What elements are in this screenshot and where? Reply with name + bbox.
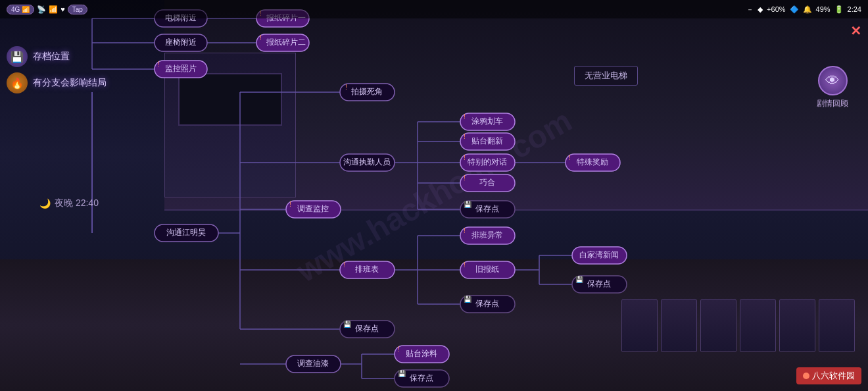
node-deadangle-label: 拍摄死角 (350, 87, 383, 96)
svg-text:!: ! (464, 227, 466, 234)
svg-text:💾: 💾 (575, 275, 584, 284)
svg-text:💾: 💾 (464, 200, 472, 209)
node-renovate-label: 贴台翻新 (471, 136, 503, 145)
node-reward-label: 特殊奖励 (577, 157, 608, 167)
battery-text: 49% (816, 5, 831, 13)
side-indicators: 💾 存档位置 🔥 有分支会影响结局 (7, 46, 107, 93)
story-review-button[interactable]: 👁 剧情回顾 (817, 66, 848, 109)
story-review-label: 剧情回顾 (817, 98, 848, 109)
time-text: 2:24 (848, 5, 861, 13)
save-label: 存档位置 (33, 51, 70, 63)
node-coating-label: 贴台涂料 (406, 349, 437, 358)
svg-text:!: ! (345, 84, 347, 91)
signal-icon: 📡 (37, 5, 46, 14)
node-save4-label: 保存点 (355, 324, 379, 333)
tap-text: Tap (72, 6, 83, 13)
flowchart: 电梯附近 ! 报纸碎片一 座椅附近 ! 报纸碎片二 ! 监控照片 沟通江明昊 !… (53, 7, 776, 388)
svg-text:!: ! (398, 346, 400, 353)
node-special-talk-label: 特别的对话 (468, 157, 507, 167)
node-monitor-label: 调查监控 (297, 204, 329, 213)
svg-text:💾: 💾 (398, 369, 406, 378)
svg-text:💾: 💾 (464, 295, 472, 303)
story-review-icon: 👁 (818, 66, 848, 95)
node-paint-label: 调查油漆 (297, 359, 329, 368)
bluetooth-icon: 🔷 (790, 5, 799, 14)
node-jiangminghao-label: 沟通江明昊 (166, 228, 206, 237)
save-indicator: 💾 存档位置 (7, 46, 107, 67)
svg-text:!: ! (464, 113, 466, 120)
node-photo-label: 监控照片 (165, 64, 197, 73)
node-schedule-label: 排班表 (355, 265, 379, 274)
svg-text:!: ! (343, 261, 345, 269)
svg-text:!: ! (464, 261, 466, 269)
node-news-label: 白家湾新闻 (579, 250, 619, 259)
bars-icon: 📶 (22, 6, 30, 13)
node-save-officer-label: 保存点 (475, 204, 499, 213)
tap-badge: Tap (68, 5, 87, 14)
time-display: 🌙 夜晚 22:40 (39, 197, 99, 209)
seat-6 (819, 299, 855, 352)
svg-text:!: ! (464, 174, 466, 182)
moon-icon: 🌙 (39, 198, 51, 209)
node-save3-label: 保存点 (475, 299, 499, 308)
volume-icon: 🔔 (803, 5, 812, 14)
node-seat-label: 座椅附近 (165, 38, 197, 47)
diamond-icon: ◆ (758, 5, 763, 14)
node-paper2-label: 报纸碎片二 (266, 38, 306, 47)
status-left: 4G 📶 📡 📶 ♥ Tap (7, 5, 87, 14)
brand-badge: 八六软件园 (796, 367, 861, 384)
node-coincidence-label: 巧合 (479, 178, 495, 187)
status-bar: 4G 📶 📡 📶 ♥ Tap － ◆ +60% 🔷 🔔 49% 🔋 2:24 (0, 0, 868, 18)
seat-5 (779, 299, 815, 352)
heart-icon: ♥ (60, 5, 65, 13)
network-text: 4G (11, 6, 20, 13)
save-icon: 💾 (7, 46, 28, 67)
svg-text:!: ! (158, 61, 160, 68)
status-right: － ◆ +60% 🔷 🔔 49% 🔋 2:24 (746, 5, 861, 14)
svg-text:!: ! (464, 154, 466, 161)
network-badge: 4G 📶 (7, 5, 34, 14)
brand-dot (803, 373, 809, 379)
close-button[interactable]: ✕ (850, 23, 861, 39)
svg-text:!: ! (289, 201, 291, 208)
svg-text:!: ! (464, 133, 466, 140)
svg-text:!: ! (569, 154, 571, 161)
node-save5-label: 保存点 (410, 373, 433, 382)
branch-icon: 🔥 (7, 72, 28, 93)
branch-indicator: 🔥 有分支会影响结局 (7, 72, 107, 93)
node-save2-label: 保存点 (587, 279, 611, 288)
svg-text:!: ! (260, 34, 262, 41)
branch-label: 有分支会影响结局 (33, 77, 107, 89)
progress-value: +60% (767, 5, 785, 13)
time-value: 夜晚 22:40 (55, 197, 99, 209)
battery-icon: 🔋 (834, 5, 844, 14)
minus-icon: － (746, 5, 754, 14)
brand-label: 八六软件园 (812, 370, 855, 382)
node-schedule-anomaly-label: 排班异常 (471, 230, 503, 240)
node-officer-label: 沟通执勤人员 (343, 157, 391, 167)
node-old-paper-label: 旧报纸 (475, 265, 499, 274)
node-graffiti-label: 涂鸦划车 (471, 117, 503, 126)
svg-text:💾: 💾 (343, 320, 352, 328)
wifi-icon: 📶 (49, 5, 58, 14)
